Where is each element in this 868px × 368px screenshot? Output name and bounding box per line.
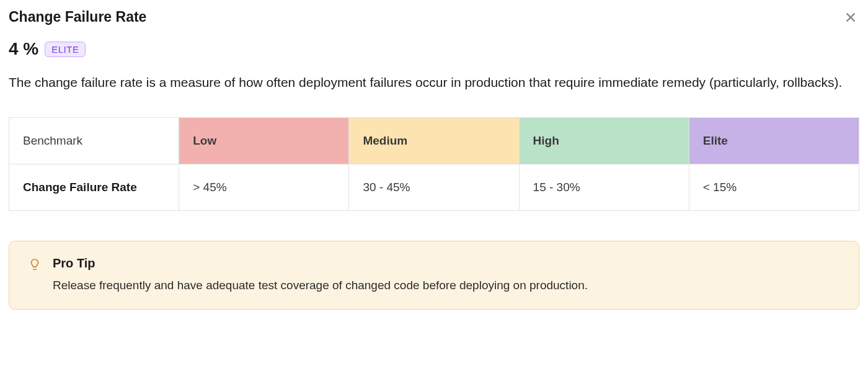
metric-description: The change failure rate is a measure of … <box>9 73 858 92</box>
col-header-benchmark: Benchmark <box>9 117 179 164</box>
row-label: Change Failure Rate <box>9 164 179 210</box>
cell-high: 15 - 30% <box>519 164 689 210</box>
tip-title: Pro Tip <box>53 256 840 271</box>
table-header-row: Benchmark Low Medium High Elite <box>9 117 859 164</box>
close-icon <box>844 11 857 24</box>
cell-medium: 30 - 45% <box>349 164 519 210</box>
close-button[interactable] <box>842 9 859 26</box>
tip-text: Release frequently and have adequate tes… <box>53 277 840 295</box>
col-header-elite: Elite <box>689 117 859 164</box>
lightbulb-icon <box>28 258 42 271</box>
pro-tip-box: Pro Tip Release frequently and have adeq… <box>9 241 859 310</box>
benchmark-table: Benchmark Low Medium High Elite Change F… <box>9 117 859 211</box>
cell-low: > 45% <box>179 164 349 210</box>
table-row: Change Failure Rate > 45% 30 - 45% 15 - … <box>9 164 859 210</box>
metric-value-row: 4 % ELITE <box>9 39 859 59</box>
col-header-medium: Medium <box>349 117 519 164</box>
metric-value: 4 % <box>9 39 38 59</box>
col-header-high: High <box>519 117 689 164</box>
page-title: Change Failure Rate <box>9 9 146 25</box>
metric-badge: ELITE <box>45 42 86 57</box>
cell-elite: < 15% <box>689 164 859 210</box>
col-header-low: Low <box>179 117 349 164</box>
